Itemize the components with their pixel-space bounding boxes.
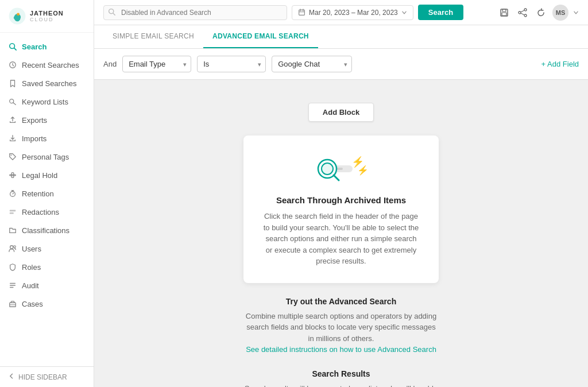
logo-text: JATHEON	[30, 10, 64, 17]
hide-sidebar-button[interactable]: HIDE SIDEBAR	[0, 366, 94, 387]
sidebar-item-saved-searches[interactable]: Saved Searches	[0, 74, 94, 92]
filter-row: And Email Type Is Google Chat + Add Fiel…	[94, 49, 588, 80]
main-area: Mar 20, 2023 – Mar 20, 2023 Search MS SI…	[94, 0, 588, 387]
svg-point-14	[10, 246, 13, 249]
sidebar-item-label: Retention	[22, 189, 54, 198]
advanced-search-link[interactable]: See detailed instructions on how to use …	[246, 345, 436, 354]
card-illustration: ⚡ ⚡	[262, 152, 420, 186]
svg-line-34	[521, 13, 524, 15]
gavel-icon	[8, 171, 17, 180]
logo: JATHEON CLOUD	[0, 0, 94, 33]
sidebar-item-label: Audit	[22, 281, 39, 290]
svg-point-7	[11, 155, 12, 156]
sidebar-item-imports[interactable]: Imports	[0, 129, 94, 148]
sidebar-item-label: Saved Searches	[22, 79, 76, 88]
share-icon	[518, 8, 527, 17]
briefcase-icon	[8, 299, 17, 308]
sidebar-item-label: Roles	[22, 263, 41, 272]
search-info-card: ⚡ ⚡ Search Through Archived Items Click …	[243, 136, 439, 283]
key-icon	[8, 97, 17, 106]
calendar-icon	[298, 9, 305, 16]
sidebar-item-roles[interactable]: Roles	[0, 258, 94, 276]
hide-sidebar-label: HIDE SIDEBAR	[18, 373, 67, 381]
date-range-label: Mar 20, 2023 – Mar 20, 2023	[309, 9, 398, 17]
sidebar-item-classifications[interactable]: Classifications	[0, 221, 94, 239]
tab-advanced-email-search[interactable]: ADVANCED EMAIL SEARCH	[203, 25, 318, 48]
tabs-bar: SIMPLE EMAIL SEARCH ADVANCED EMAIL SEARC…	[94, 25, 588, 49]
svg-text:⚡: ⚡	[357, 165, 369, 176]
logo-sub: CLOUD	[30, 17, 64, 22]
sidebar-item-label: Users	[22, 245, 41, 253]
save-search-button[interactable]	[497, 7, 511, 18]
search-icon	[8, 42, 17, 51]
clock-icon	[8, 60, 17, 69]
hide-sidebar-icon	[8, 373, 15, 381]
sidebar-item-users[interactable]: Users	[0, 239, 94, 258]
field-select[interactable]: Email Type	[122, 56, 191, 72]
sidebar-nav: Search Recent Searches Saved Searches Ke…	[0, 33, 94, 366]
sidebar-item-legal-hold[interactable]: Legal Hold	[0, 166, 94, 184]
sidebar-item-search[interactable]: Search	[0, 37, 94, 56]
operator-select[interactable]: Is	[197, 56, 266, 72]
sidebar-item-exports[interactable]: Exports	[0, 111, 94, 129]
svg-line-39	[334, 175, 339, 180]
svg-rect-8	[10, 175, 16, 176]
user-menu-chevron-icon	[573, 10, 579, 16]
svg-rect-13	[10, 212, 14, 214]
sidebar-item-label: Cases	[22, 300, 43, 308]
add-block-button[interactable]: Add Block	[308, 103, 374, 122]
refresh-button[interactable]	[534, 7, 548, 18]
svg-line-11	[13, 193, 14, 194]
sidebar-item-recent-searches[interactable]: Recent Searches	[0, 56, 94, 74]
advanced-search-title: Try out the Advanced Search	[243, 297, 439, 306]
sidebar-item-keyword-lists[interactable]: Keyword Lists	[0, 92, 94, 111]
sidebar-item-label: Search	[22, 42, 47, 51]
content-area: Add Block ⚡ ⚡	[94, 80, 588, 387]
sidebar-item-personal-tags[interactable]: Personal Tags	[0, 148, 94, 166]
svg-line-22	[113, 13, 115, 14]
svg-point-31	[519, 11, 521, 14]
advanced-search-section: Try out the Advanced Search Combine mult…	[243, 297, 439, 355]
search-results-body: Search results will be presented as a li…	[243, 383, 439, 388]
svg-point-38	[322, 163, 333, 175]
and-label: And	[103, 60, 117, 68]
sidebar: JATHEON CLOUD Search Recent Searches Sav…	[0, 0, 94, 387]
share-button[interactable]	[516, 7, 529, 18]
sidebar-item-retention[interactable]: Retention	[0, 184, 94, 203]
sidebar-item-label: Recent Searches	[22, 61, 79, 69]
search-input[interactable]	[103, 5, 287, 20]
info-card-body: Click the search field in the header of …	[262, 211, 420, 267]
svg-rect-9	[11, 173, 14, 178]
field-select-wrap: Email Type	[122, 56, 191, 72]
value-select-wrap: Google Chat	[272, 56, 352, 72]
sidebar-item-label: Legal Hold	[22, 171, 57, 180]
redact-icon	[8, 207, 17, 216]
save-icon	[500, 8, 509, 17]
sidebar-item-label: Imports	[22, 134, 47, 143]
tab-simple-email-search[interactable]: SIMPLE EMAIL SEARCH	[103, 25, 203, 48]
shield-icon	[8, 262, 17, 272]
svg-line-33	[521, 10, 524, 12]
svg-point-30	[524, 9, 527, 11]
search-button[interactable]: Search	[418, 5, 463, 20]
search-results-title: Search Results	[243, 369, 439, 378]
svg-rect-23	[299, 10, 305, 15]
sidebar-item-redactions[interactable]: Redactions	[0, 203, 94, 221]
sidebar-item-label: Classifications	[22, 226, 69, 235]
search-bar-icon	[108, 8, 115, 17]
topbar-actions: MS	[497, 5, 579, 21]
users-icon	[8, 244, 17, 253]
svg-rect-29	[502, 13, 506, 16]
value-select[interactable]: Google Chat	[272, 56, 352, 72]
sidebar-item-audit[interactable]: Audit	[0, 276, 94, 295]
date-range-button[interactable]: Mar 20, 2023 – Mar 20, 2023	[292, 5, 413, 20]
sidebar-item-label: Redactions	[22, 208, 59, 216]
svg-line-3	[14, 48, 17, 51]
add-field-button[interactable]: + Add Field	[541, 60, 579, 68]
search-illustration: ⚡ ⚡	[307, 153, 376, 185]
svg-line-6	[13, 103, 16, 105]
timer-icon	[8, 189, 17, 198]
svg-point-32	[524, 14, 527, 17]
sidebar-item-cases[interactable]: Cases	[0, 295, 94, 313]
user-avatar[interactable]: MS	[552, 5, 568, 21]
